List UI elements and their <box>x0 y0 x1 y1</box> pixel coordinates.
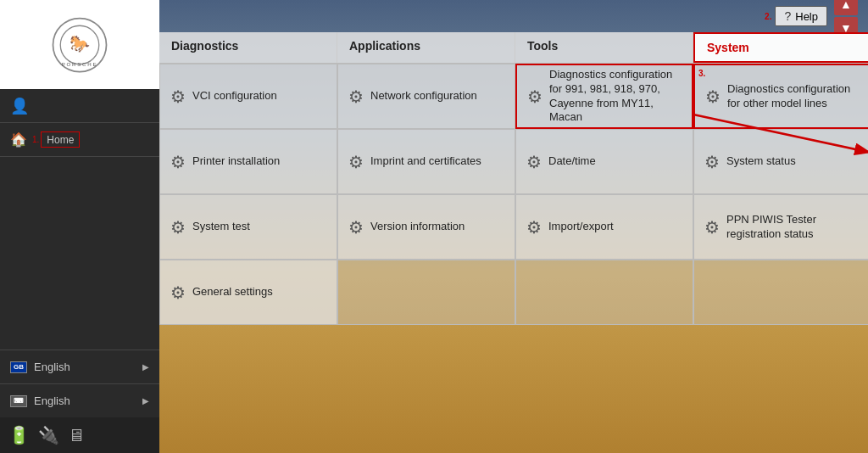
menu-area: Diagnostics Applications Tools System ⚙ … <box>159 32 868 453</box>
cell-num-3: 3. <box>698 69 705 78</box>
lang-row-1[interactable]: English ▶ <box>0 350 159 383</box>
col-header-tools[interactable]: Tools <box>515 32 693 63</box>
gear-icon: ⚙ <box>527 87 542 107</box>
porsche-logo: 🐎 PORSCHE <box>50 15 109 75</box>
user-icon: 👤 <box>10 97 29 115</box>
logo-area: 🐎 PORSCHE <box>0 0 159 89</box>
cell-vci-config[interactable]: ⚙ VCI configuration <box>159 64 337 129</box>
lang-text-2: English <box>34 394 142 407</box>
sidebar: 🐎 PORSCHE 👤 🏠 1. Home English ▶ ⌨ Englis… <box>0 0 159 453</box>
cell-diag-config-other[interactable]: 3. ⚙ Diagnostics configuration for other… <box>693 64 868 129</box>
cell-import-export[interactable]: ⚙ Import/export <box>515 194 693 260</box>
home-row[interactable]: 🏠 1. Home <box>0 123 159 157</box>
cell-datetime[interactable]: ⚙ Date/time <box>515 129 693 194</box>
header: 2. ? Help ▲ ▼ <box>159 0 868 32</box>
cell-empty-2 <box>515 260 693 325</box>
screen-icon[interactable]: 🖥 <box>68 426 85 445</box>
gear-icon: ⚙ <box>705 87 721 107</box>
bottom-icons-bar: 🔋 🔌 🖥 <box>0 417 159 453</box>
gear-icon: ⚙ <box>170 87 186 107</box>
gear-icon: ⚙ <box>170 152 186 172</box>
lang-arrow-1: ▶ <box>142 362 149 372</box>
sidebar-spacer <box>0 157 159 350</box>
gear-icon: ⚙ <box>348 152 364 172</box>
gear-icon: ⚙ <box>170 282 186 303</box>
cell-ppn-piwis[interactable]: ⚙ PPN PIWIS Tester registration status <box>693 194 868 260</box>
help-button[interactable]: ? Help <box>775 6 827 26</box>
col-header-applications[interactable]: Applications <box>337 32 515 63</box>
gear-icon: ⚙ <box>170 217 186 238</box>
home-label-box: Home <box>41 131 80 148</box>
num2-badge: 2. <box>765 12 771 21</box>
cell-imprint-certs[interactable]: ⚙ Imprint and certificates <box>337 129 515 194</box>
cell-system-test[interactable]: ⚙ System test <box>159 194 337 260</box>
home-num: 1. <box>32 135 39 144</box>
col-header-system[interactable]: System <box>693 32 868 63</box>
col-header-diagnostics[interactable]: Diagnostics <box>159 32 337 63</box>
main-content: 2. ? Help ▲ ▼ Diagnostics Applications T… <box>159 0 868 453</box>
home-icon: 🏠 <box>10 131 27 148</box>
battery-icon[interactable]: 🔋 <box>8 425 30 445</box>
svg-text:🐎: 🐎 <box>70 34 91 53</box>
lang-row-2[interactable]: ⌨ English ▶ <box>0 383 159 417</box>
gear-icon: ⚙ <box>704 152 720 172</box>
cell-empty-1 <box>337 260 515 325</box>
user-icon-row: 👤 <box>0 89 159 123</box>
gear-icon: ⚙ <box>348 87 364 107</box>
gear-icon: ⚙ <box>526 152 542 172</box>
lang-text-1: English <box>34 361 142 373</box>
menu-grid: ⚙ VCI configuration ⚙ Network configurat… <box>159 64 868 325</box>
nav-up-button[interactable]: ▲ <box>834 0 858 15</box>
gear-icon: ⚙ <box>348 217 364 238</box>
lang-arrow-2: ▶ <box>142 396 149 405</box>
cell-version-info[interactable]: ⚙ Version information <box>337 194 515 260</box>
lang-flag-1 <box>10 361 27 373</box>
cell-general-settings[interactable]: ⚙ General settings <box>159 260 337 325</box>
lang-flag-2: ⌨ <box>10 395 27 407</box>
svg-text:PORSCHE: PORSCHE <box>62 60 97 66</box>
cell-empty-3 <box>693 260 868 325</box>
gear-icon: ⚙ <box>704 217 720 238</box>
cell-system-status[interactable]: ⚙ System status <box>693 129 868 194</box>
home-label: Home <box>47 134 74 146</box>
cell-diag-config-991[interactable]: ⚙ Diagnostics configuration for 991, 981… <box>515 64 693 129</box>
plug-icon[interactable]: 🔌 <box>38 425 59 445</box>
column-headers: Diagnostics Applications Tools System <box>159 32 868 64</box>
cell-printer-install[interactable]: ⚙ Printer installation <box>159 129 337 194</box>
cell-network-config[interactable]: ⚙ Network configuration <box>337 64 515 129</box>
help-label: Help <box>795 10 818 23</box>
gear-icon: ⚙ <box>526 217 542 238</box>
question-icon: ? <box>784 9 791 23</box>
